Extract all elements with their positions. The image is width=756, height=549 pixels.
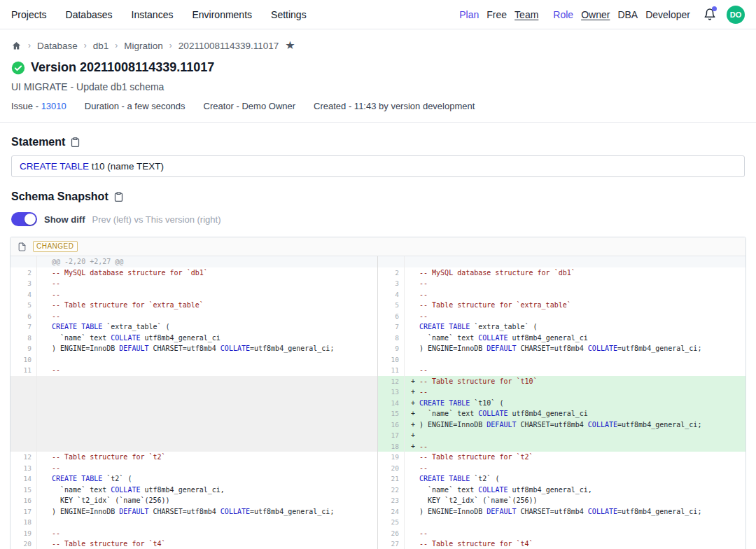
chevron-right-icon: ›: [84, 41, 87, 50]
diff-row: 25: [378, 517, 746, 528]
line-number: 3: [378, 278, 405, 289]
breadcrumb-item[interactable]: Database: [37, 41, 78, 51]
line-number: 3: [10, 278, 37, 289]
line-number: [10, 430, 37, 441]
line-number: 17: [378, 430, 405, 441]
code-line: [405, 517, 746, 528]
statement-section: Statement CREATE TABLE t10 (name TEXT): [0, 136, 756, 177]
nav-label-owner[interactable]: Owner: [581, 9, 610, 20]
code-line: --: [405, 289, 746, 300]
nav-label-team[interactable]: Team: [514, 9, 538, 20]
code-line: ) ENGINE=InnoDB DEFAULT CHARSET=utf8mb4 …: [405, 343, 746, 354]
line-number: 10: [378, 354, 405, 366]
nav-item-instances[interactable]: Instances: [132, 9, 174, 20]
diff-row: 24) ENGINE=InnoDB DEFAULT CHARSET=utf8mb…: [378, 506, 746, 517]
diff-row: 11--: [10, 365, 377, 376]
diff-row: 10: [378, 354, 746, 366]
code-line: -- MySQL database structure for `db1`: [37, 267, 377, 279]
line-number: 8: [378, 333, 405, 344]
breadcrumb-item[interactable]: db1: [93, 41, 109, 51]
show-diff-hint: Prev (left) vs This version (right): [92, 214, 221, 225]
show-diff-toggle[interactable]: [11, 212, 37, 226]
version-header: Version 20211008114339.11017 UI MIGRATE …: [0, 59, 756, 111]
line-number: 4: [10, 289, 37, 300]
diff-row: 2-- MySQL database structure for `db1`: [378, 267, 746, 279]
code-line: [37, 517, 377, 528]
line-number: [10, 419, 37, 431]
code-line: [37, 354, 377, 366]
code-line: CREATE TABLE `t2` (: [37, 473, 377, 485]
line-number: 25: [378, 517, 405, 528]
copy-schema-icon[interactable]: [113, 191, 124, 202]
copy-statement-icon[interactable]: [70, 137, 80, 148]
code-line: +CREATE TABLE `t10` (: [405, 398, 746, 409]
line-number: 6: [10, 311, 37, 322]
issue-link[interactable]: 13010: [41, 101, 66, 111]
code-line: [37, 408, 377, 419]
diff-row: 26--: [378, 528, 746, 539]
diff-row: 17) ENGINE=InnoDB DEFAULT CHARSET=utf8mb…: [10, 506, 377, 517]
breadcrumb-item[interactable]: 20211008114339.11017: [178, 41, 279, 51]
nav-item-settings[interactable]: Settings: [271, 9, 307, 20]
diff-row: 9) ENGINE=InnoDB DEFAULT CHARSET=utf8mb4…: [10, 343, 377, 354]
main-nav: ProjectsDatabasesInstancesEnvironmentsSe…: [11, 9, 307, 20]
code-line: [37, 430, 377, 441]
diff-line-prefix: +: [411, 387, 419, 398]
avatar[interactable]: DO: [727, 6, 745, 24]
diff-line-prefix: +: [411, 419, 419, 431]
nav-label-plan: Plan: [459, 9, 479, 20]
line-number: 18: [378, 441, 405, 452]
line-number: 12: [378, 376, 405, 387]
diff-row: 17+: [378, 430, 746, 441]
diff-row: 15+ `name` text COLLATE utf8mb4_general_…: [378, 408, 746, 419]
nav-item-databases[interactable]: Databases: [66, 9, 113, 20]
diff-left-column: @@ -2,20 +2,27 @@2-- MySQL database stru…: [10, 256, 378, 549]
line-number: 22: [378, 485, 405, 496]
line-number: [10, 441, 37, 452]
code-line: --: [405, 528, 746, 539]
line-number: 19: [378, 452, 405, 463]
diff-row: 20-- Table structure for `t4`: [10, 538, 377, 549]
meta-item: Duration - a few seconds: [85, 101, 186, 111]
notification-bell-button[interactable]: [704, 8, 716, 21]
diff-right-column: 2-- MySQL database structure for `db1`3-…: [378, 256, 746, 549]
nav-item-projects[interactable]: Projects: [11, 9, 47, 20]
divider: [0, 122, 756, 123]
code-line: --: [37, 278, 377, 289]
line-number: 20: [378, 463, 405, 474]
diff-line-prefix: +: [411, 441, 419, 452]
meta-item: Issue - 13010: [11, 101, 66, 111]
code-line: ) ENGINE=InnoDB DEFAULT CHARSET=utf8mb4 …: [405, 506, 746, 517]
plan-role-labels: PlanFreeTeamRoleOwnerDBADeveloper: [459, 9, 690, 20]
diff-row: [10, 419, 377, 431]
diff-row: 8 `name` text COLLATE utf8mb4_general_ci: [378, 333, 746, 344]
diff-row: 3--: [10, 278, 377, 289]
diff-row: 6--: [378, 311, 746, 322]
file-icon: [18, 242, 27, 252]
diff-row: 8 `name` text COLLATE utf8mb4_general_ci: [10, 333, 377, 344]
home-icon[interactable]: [11, 41, 22, 51]
code-line: `name` text COLLATE utf8mb4_general_ci,: [405, 485, 746, 496]
code-line: + `name` text COLLATE utf8mb4_general_ci: [405, 408, 746, 419]
diff-row: 16 KEY `t2_idx` (`name`(256)): [10, 495, 377, 506]
code-line: `name` text COLLATE utf8mb4_general_ci: [405, 333, 746, 344]
nav-item-environments[interactable]: Environments: [192, 9, 252, 20]
chevron-right-icon: ›: [169, 41, 172, 50]
breadcrumb-item[interactable]: Migration: [124, 41, 163, 51]
version-subtitle: UI MIGRATE - Update db1 schema: [11, 81, 745, 92]
line-number: 27: [378, 538, 405, 549]
line-number: 14: [378, 398, 405, 409]
star-icon[interactable]: ★: [285, 40, 295, 51]
diff-row: [10, 376, 377, 387]
code-line: CREATE TABLE `extra_table` (: [405, 321, 746, 333]
code-line: -- Table structure for `t2`: [37, 452, 377, 463]
diff-line-prefix: +: [411, 430, 419, 441]
code-line: [37, 441, 377, 452]
line-number: 4: [378, 289, 405, 300]
code-line: --: [405, 278, 746, 289]
diff-row: 10: [10, 354, 377, 366]
code-line: --: [37, 365, 377, 376]
code-line: @@ -2,20 +2,27 @@: [37, 256, 377, 267]
success-check-icon: [11, 61, 25, 75]
diff-row: 3--: [378, 278, 746, 289]
